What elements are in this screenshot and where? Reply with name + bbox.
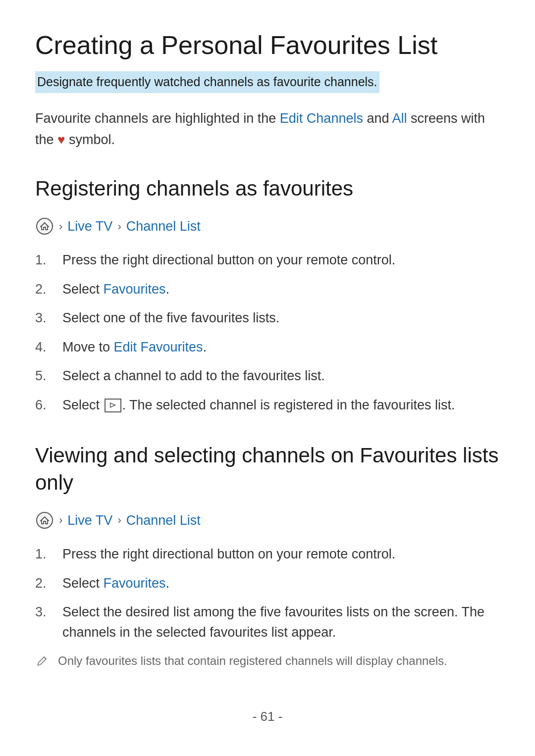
section-view: Viewing and selecting channels on Favour… — [35, 442, 500, 674]
home-icon — [35, 217, 54, 236]
channel-list-link-2[interactable]: Channel List — [126, 510, 201, 531]
step-1-3: 3. Select one of the five favourites lis… — [35, 308, 500, 328]
icon-box: ⊳ — [105, 399, 121, 412]
live-tv-link-2[interactable]: Live TV — [67, 510, 112, 531]
step-1-6: 6. Select ⊳. The selected channel is reg… — [35, 395, 500, 415]
step-1-4: 4. Move to Edit Favourites. — [35, 337, 500, 357]
section2-title: Viewing and selecting channels on Favour… — [35, 442, 500, 496]
channel-list-link-1[interactable]: Channel List — [126, 216, 201, 237]
step-text: Move to Edit Favourites. — [62, 337, 500, 357]
step-num: 5. — [35, 366, 62, 386]
all-link[interactable]: All — [392, 111, 407, 126]
intro-text-before: Favourite channels are highlighted in th… — [35, 111, 280, 126]
step-num: 3. — [35, 308, 62, 328]
step-1-2: 2. Select Favourites. — [35, 279, 500, 300]
step-num: 1. — [35, 250, 62, 270]
chevron-1: › — [59, 218, 62, 235]
note-row: Only favourites lists that contain regis… — [35, 652, 500, 674]
note-text: Only favourites lists that contain regis… — [58, 652, 447, 670]
svg-point-0 — [37, 218, 53, 234]
edit-channels-link[interactable]: Edit Channels — [280, 111, 363, 126]
intro-paragraph: Favourite channels are highlighted in th… — [35, 108, 500, 151]
home-icon-2 — [35, 511, 54, 530]
chevron-4: › — [117, 512, 121, 528]
step-2-3: 3. Select the desired list among the fiv… — [35, 602, 500, 642]
step-text: Select ⊳. The selected channel is regist… — [62, 395, 500, 415]
step-text: Select one of the five favourites lists. — [62, 308, 500, 328]
intro-text-mid: and — [363, 111, 392, 126]
step-num: 4. — [35, 337, 62, 357]
heart-symbol: ♥ — [57, 132, 65, 147]
favourites-link-2[interactable]: Favourites — [104, 576, 166, 591]
pencil-icon — [35, 654, 51, 674]
chevron-3: › — [59, 512, 62, 528]
chevron-2: › — [117, 218, 121, 235]
live-tv-link-1[interactable]: Live TV — [67, 216, 112, 237]
step-text: Select the desired list among the five f… — [62, 602, 500, 642]
intro-text-end: symbol. — [69, 132, 115, 147]
step-num: 6. — [35, 395, 62, 415]
favourites-link-1[interactable]: Favourites — [104, 282, 166, 297]
step-text: Press the right directional button on yo… — [62, 250, 500, 270]
svg-point-1 — [37, 512, 53, 528]
steps-list-2: 1. Press the right directional button on… — [35, 544, 500, 642]
step-2-2: 2. Select Favourites. — [35, 573, 500, 594]
nav-path-1: › Live TV › Channel List — [35, 216, 500, 237]
steps-list-1: 1. Press the right directional button on… — [35, 250, 500, 415]
step-num: 3. — [35, 602, 62, 622]
step-1-5: 5. Select a channel to add to the favour… — [35, 366, 500, 386]
step-num: 2. — [35, 573, 62, 594]
page-footer: - 61 - — [0, 707, 535, 726]
step-num: 2. — [35, 279, 62, 300]
step-text: Select Favourites. — [62, 279, 500, 300]
step-text: Select a channel to add to the favourite… — [62, 366, 500, 386]
step-2-1: 1. Press the right directional button on… — [35, 544, 500, 564]
step-1-1: 1. Press the right directional button on… — [35, 250, 500, 270]
section-register: Registering channels as favourites › Liv… — [35, 175, 500, 415]
page-title: Creating a Personal Favourites List — [35, 30, 500, 60]
step-text: Select Favourites. — [62, 573, 500, 594]
step-text: Press the right directional button on yo… — [62, 544, 500, 564]
subtitle-highlight: Designate frequently watched channels as… — [35, 71, 379, 93]
section1-title: Registering channels as favourites — [35, 175, 500, 202]
step-num: 1. — [35, 544, 62, 564]
edit-favourites-link[interactable]: Edit Favourites — [114, 340, 203, 354]
nav-path-2: › Live TV › Channel List — [35, 510, 500, 531]
